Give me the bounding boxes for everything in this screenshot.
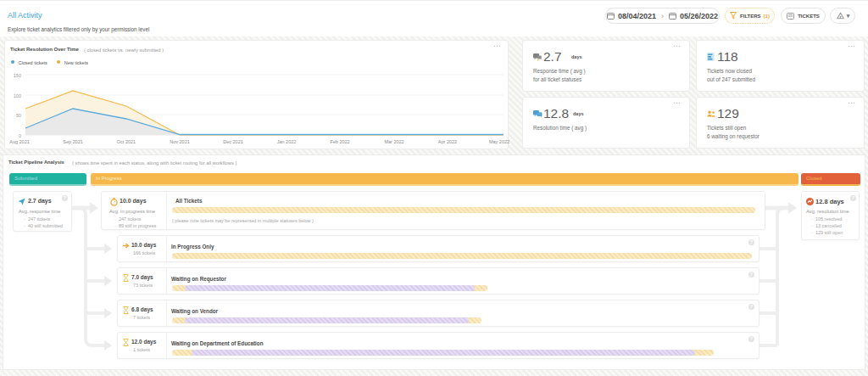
svg-text:50: 50	[16, 113, 21, 118]
svg-text:Jan 2022: Jan 2022	[277, 139, 297, 144]
svg-text:Sep 2021: Sep 2021	[63, 139, 83, 144]
svg-text:Nov 2021: Nov 2021	[170, 139, 190, 144]
svg-text:0: 0	[19, 133, 21, 138]
svg-text:Dec 2021: Dec 2021	[223, 139, 243, 144]
svg-text:Apr 2022: Apr 2022	[438, 139, 457, 144]
svg-text:Oct 2021: Oct 2021	[117, 139, 136, 144]
svg-text:Aug 2021: Aug 2021	[9, 139, 30, 144]
svg-text:Mar 2022: Mar 2022	[384, 139, 403, 144]
svg-text:100: 100	[14, 93, 21, 98]
svg-text:May 2022: May 2022	[489, 139, 509, 144]
svg-text:Feb 2022: Feb 2022	[330, 139, 349, 144]
svg-text:150: 150	[14, 73, 21, 78]
